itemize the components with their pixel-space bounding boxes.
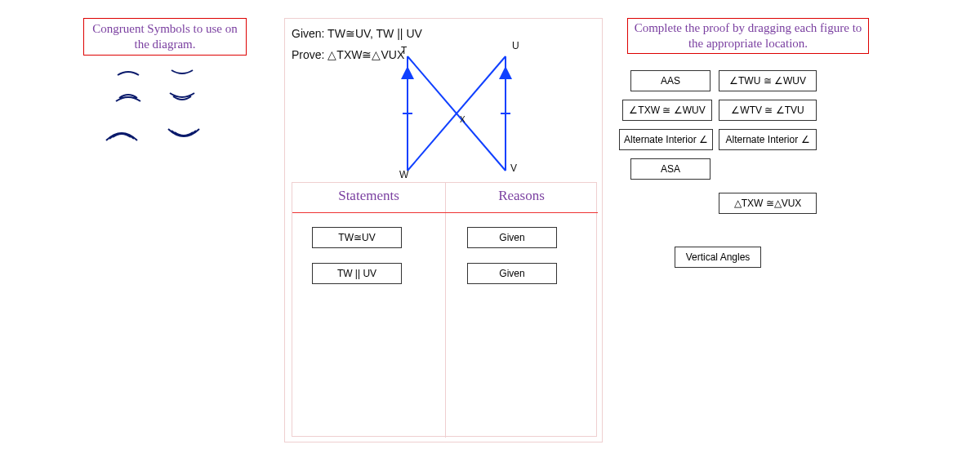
vertex-x-label: X <box>460 115 466 124</box>
chip-aas[interactable]: AAS <box>630 70 710 91</box>
vertex-v-label: V <box>510 162 517 174</box>
table-header-divider <box>292 212 598 213</box>
congruent-symbols-title: Congruent Symbols to use on the diagram. <box>83 18 247 56</box>
proof-table[interactable]: Statements Reasons TW≅UV Given TW || UV … <box>292 182 597 437</box>
reason-chip-1[interactable]: Given <box>467 227 557 248</box>
given-line: Given: TW≅UV, TW || UV <box>292 27 422 40</box>
vertex-u-label: U <box>512 40 519 51</box>
statement-chip-1[interactable]: TW≅UV <box>312 227 402 248</box>
tick-single-b[interactable] <box>168 64 196 82</box>
tick-triple-a[interactable] <box>101 121 142 149</box>
given-label: Given: <box>292 27 327 40</box>
proof-panel: Given: TW≅UV, TW || UV Prove: △TXW≅△VUX … <box>284 18 603 442</box>
tick-triple-b[interactable] <box>163 121 204 149</box>
chip-twu-wuv[interactable]: ∠TWU ≅ ∠WUV <box>719 70 817 91</box>
chip-alt-interior-1[interactable]: Alternate Interior ∠ <box>619 129 713 150</box>
table-column-divider <box>445 183 446 438</box>
tick-double-b[interactable] <box>168 88 196 106</box>
given-value: TW≅UV, TW || UV <box>327 27 422 40</box>
vertex-w-label: W <box>399 169 408 180</box>
statement-chip-2[interactable]: TW || UV <box>312 263 402 284</box>
tick-single-a[interactable] <box>114 64 142 82</box>
geometry-diagram <box>383 40 530 179</box>
chip-triangle-congruence[interactable]: △TXW ≅△VUX <box>719 193 817 214</box>
instructions-title: Complete the proof by dragging each figu… <box>627 18 869 54</box>
chip-asa[interactable]: ASA <box>630 158 710 180</box>
chip-txw-wuv[interactable]: ∠TXW ≅ ∠WUV <box>622 100 712 121</box>
tick-double-a[interactable] <box>114 88 142 106</box>
reasons-header: Reasons <box>445 188 598 204</box>
prove-label: Prove: <box>292 48 327 61</box>
reason-chip-2[interactable]: Given <box>467 263 557 284</box>
chip-wtv-tvu[interactable]: ∠WTV ≅ ∠TVU <box>719 100 817 121</box>
chip-vertical-angles[interactable]: Vertical Angles <box>675 247 761 268</box>
vertex-t-label: T <box>401 45 407 56</box>
chip-alt-interior-2[interactable]: Alternate Interior ∠ <box>719 129 817 150</box>
statements-header: Statements <box>292 188 445 204</box>
